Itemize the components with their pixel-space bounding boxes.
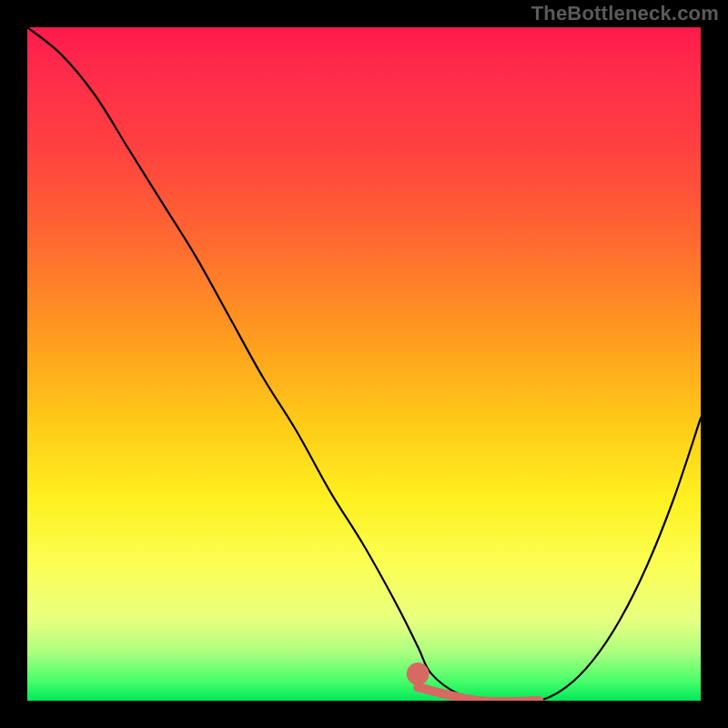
optimal-start-dot [407,662,430,685]
watermark-text: TheBottleneck.com [531,2,719,25]
bottleneck-curve [27,27,701,701]
chart-frame: TheBottleneck.com [0,0,728,728]
curve-layer [27,27,701,701]
optimal-range-highlight [418,687,539,701]
plot-area [27,27,701,701]
